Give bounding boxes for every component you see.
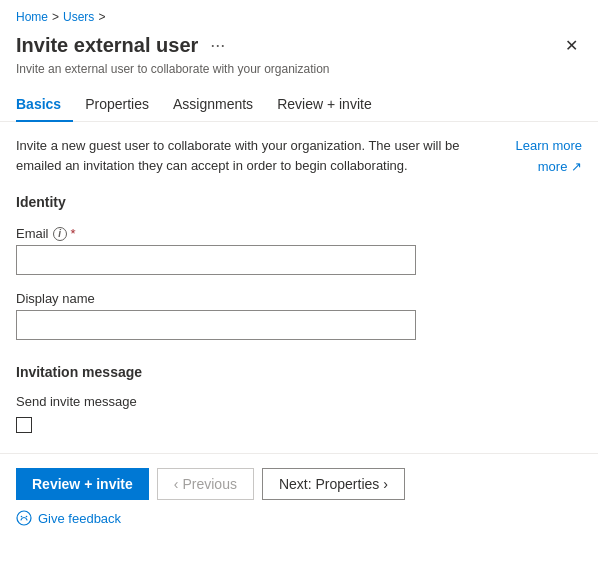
- header-left: Invite external user ···: [16, 34, 229, 57]
- tab-review-invite[interactable]: Review + invite: [265, 88, 384, 122]
- page-subtitle: Invite an external user to collaborate w…: [0, 60, 598, 88]
- next-button[interactable]: Next: Properties ›: [262, 468, 405, 500]
- page-title: Invite external user: [16, 34, 198, 57]
- display-name-field-group: Display name: [16, 291, 582, 340]
- email-input[interactable]: [16, 245, 416, 275]
- send-invite-checkbox-wrapper: [16, 417, 582, 433]
- info-banner-content: Invite a new guest user to collaborate w…: [16, 138, 459, 173]
- invitation-section: Invitation message Send invite message: [0, 356, 598, 433]
- tab-basics[interactable]: Basics: [16, 88, 73, 122]
- info-banner: Invite a new guest user to collaborate w…: [0, 122, 598, 186]
- previous-button[interactable]: ‹ Previous: [157, 468, 254, 500]
- feedback-icon: [16, 510, 32, 526]
- breadcrumb-users[interactable]: Users: [63, 10, 94, 24]
- feedback-row[interactable]: Give feedback: [0, 500, 598, 526]
- display-name-label: Display name: [16, 291, 582, 306]
- learn-more-link[interactable]: Learn more more ↗: [516, 136, 582, 176]
- previous-label: Previous: [182, 476, 236, 492]
- email-required-indicator: *: [71, 226, 76, 241]
- external-link-icon: ↗: [571, 159, 582, 174]
- display-name-input[interactable]: [16, 310, 416, 340]
- tab-assignments[interactable]: Assignments: [161, 88, 265, 122]
- footer-actions: Review + invite ‹ Previous Next: Propert…: [0, 454, 598, 500]
- breadcrumb-sep2: >: [98, 10, 105, 24]
- review-invite-button[interactable]: Review + invite: [16, 468, 149, 500]
- invitation-section-title: Invitation message: [16, 364, 582, 380]
- send-invite-label: Send invite message: [16, 394, 582, 409]
- close-icon[interactable]: ✕: [561, 34, 582, 58]
- email-field-group: Email i *: [16, 226, 582, 275]
- next-label: Next: Properties: [279, 476, 379, 492]
- identity-section-title: Identity: [16, 194, 582, 210]
- email-info-icon[interactable]: i: [53, 227, 67, 241]
- info-banner-text: Invite a new guest user to collaborate w…: [16, 136, 508, 175]
- more-options-icon[interactable]: ···: [206, 35, 229, 56]
- previous-chevron: ‹: [174, 476, 179, 492]
- breadcrumb-home[interactable]: Home: [16, 10, 48, 24]
- svg-point-1: [21, 516, 23, 518]
- learn-more-line2: more ↗: [538, 157, 582, 177]
- svg-point-2: [26, 516, 28, 518]
- learn-more-label: Learn more: [516, 136, 582, 156]
- email-label: Email i *: [16, 226, 582, 241]
- identity-section: Identity Email i * Display name: [0, 186, 598, 340]
- send-invite-checkbox[interactable]: [16, 417, 32, 433]
- feedback-label: Give feedback: [38, 511, 121, 526]
- next-chevron: ›: [383, 476, 388, 492]
- breadcrumb-sep1: >: [52, 10, 59, 24]
- tab-bar: Basics Properties Assignments Review + i…: [0, 88, 598, 122]
- tab-properties[interactable]: Properties: [73, 88, 161, 122]
- page-header: Invite external user ··· ✕: [0, 30, 598, 60]
- breadcrumb: Home > Users >: [0, 0, 598, 30]
